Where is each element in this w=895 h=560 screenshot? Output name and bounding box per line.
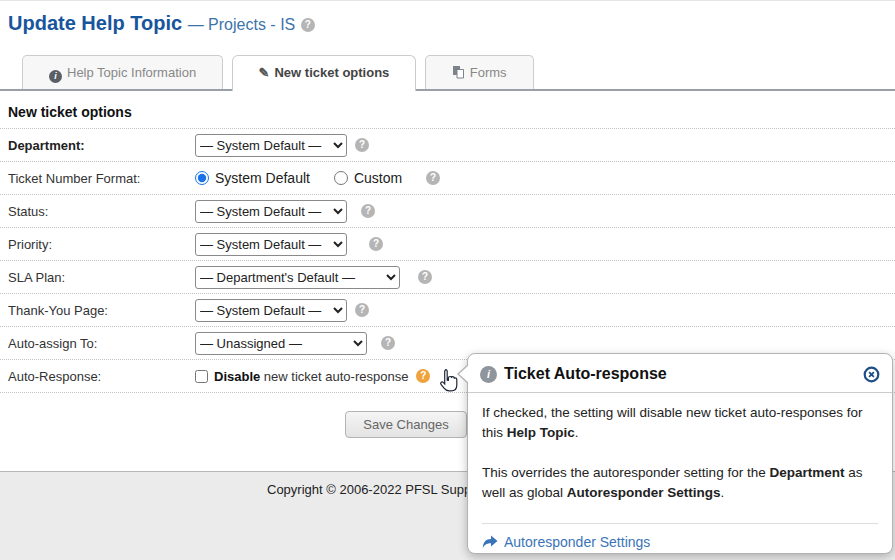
- update-help-topic-page: Update Help Topic — Projects - IS Help T…: [0, 0, 895, 560]
- title-dash: —: [188, 16, 204, 33]
- auto-response-label: Auto-Response:: [0, 369, 195, 384]
- tab-forms[interactable]: Forms: [425, 55, 534, 89]
- copyright-text: Copyright © 2006-2022 PFSL Supp: [267, 482, 471, 497]
- priority-label: Priority:: [0, 237, 195, 252]
- page-title: Update Help Topic — Projects - IS: [8, 12, 315, 34]
- sla-plan-label: SLA Plan:: [0, 270, 195, 285]
- form-row-priority: Priority: — System Default —: [0, 228, 895, 261]
- tooltip-title: Ticket Auto-response: [504, 365, 863, 383]
- auto-assign-label: Auto-assign To:: [0, 336, 195, 351]
- tab-label: Forms: [470, 65, 507, 80]
- thank-you-page-label: Thank-You Page:: [0, 303, 195, 318]
- ticket-auto-response-tooltip: Ticket Auto-response If checked, the set…: [467, 353, 893, 554]
- form-row-department: Department: — System Default —: [0, 129, 895, 162]
- ticket-number-format-label: Ticket Number Format:: [0, 171, 195, 186]
- auto-assign-help-icon[interactable]: [381, 336, 395, 350]
- tab-new-ticket-options[interactable]: ✎New ticket options: [232, 55, 417, 91]
- radio-custom-input[interactable]: [334, 171, 348, 185]
- thank-you-page-select[interactable]: — System Default —: [195, 299, 347, 322]
- tooltip-paragraph-2: This overrides the autoresponder setting…: [482, 463, 878, 503]
- forms-icon: [452, 65, 465, 79]
- tooltip-arrow: [457, 364, 468, 384]
- department-label: Department:: [0, 138, 195, 153]
- pencil-icon: ✎: [259, 65, 270, 80]
- radio-label: Custom: [354, 170, 402, 186]
- status-help-icon[interactable]: [361, 204, 375, 218]
- page-title-text: Update Help Topic: [8, 12, 182, 34]
- link-label: Autoresponder Settings: [504, 534, 650, 550]
- auto-assign-select[interactable]: — Unassigned —: [195, 332, 367, 355]
- page-header: Update Help Topic — Projects - IS: [0, 1, 895, 55]
- radio-system-default[interactable]: System Default: [195, 170, 310, 186]
- tab-label: New ticket options: [274, 65, 389, 80]
- section-heading: New ticket options: [8, 104, 895, 128]
- sla-plan-help-icon[interactable]: [418, 270, 432, 284]
- department-select[interactable]: — System Default —: [195, 134, 347, 157]
- tooltip-paragraph-1: If checked, the setting will disable new…: [482, 403, 878, 443]
- radio-system-default-input[interactable]: [195, 171, 209, 185]
- autoresponder-settings-link[interactable]: Autoresponder Settings: [468, 524, 892, 560]
- tooltip-body: If checked, the setting will disable new…: [468, 393, 892, 503]
- department-help-icon[interactable]: [355, 138, 369, 152]
- tab-bar: Help Topic Information ✎New ticket optio…: [0, 55, 895, 91]
- checkbox-label-text: new ticket auto-response: [260, 369, 408, 384]
- close-icon[interactable]: [863, 366, 880, 383]
- status-select[interactable]: — System Default —: [195, 200, 347, 223]
- info-icon: [49, 70, 62, 83]
- form-row-status: Status: — System Default —: [0, 195, 895, 228]
- form-row-thank-you-page: Thank-You Page: — System Default —: [0, 294, 895, 327]
- checkbox-label-bold: Disable: [214, 369, 260, 384]
- form-row-sla-plan: SLA Plan: — Department's Default —: [0, 261, 895, 294]
- radio-custom[interactable]: Custom: [334, 170, 402, 186]
- sla-plan-select[interactable]: — Department's Default —: [195, 266, 400, 289]
- tab-label: Help Topic Information: [67, 65, 196, 80]
- status-label: Status:: [0, 204, 195, 219]
- ticket-number-format-help-icon[interactable]: [426, 171, 440, 185]
- priority-help-icon[interactable]: [369, 237, 383, 251]
- page-subtitle: Projects - IS: [208, 16, 295, 33]
- priority-select[interactable]: — System Default —: [195, 233, 347, 256]
- auto-response-help-icon[interactable]: [416, 369, 430, 383]
- forward-arrow-icon: [482, 535, 498, 549]
- save-button[interactable]: Save Changes: [345, 411, 466, 438]
- disable-auto-response-checkbox[interactable]: [195, 370, 208, 383]
- tab-help-topic-information[interactable]: Help Topic Information: [22, 55, 223, 89]
- tooltip-header: Ticket Auto-response: [468, 354, 892, 393]
- form-row-ticket-number-format: Ticket Number Format: System Default Cus…: [0, 162, 895, 195]
- title-help-icon[interactable]: [301, 18, 315, 32]
- radio-label: System Default: [215, 170, 310, 186]
- thank-you-page-help-icon[interactable]: [355, 303, 369, 317]
- info-icon: [480, 366, 497, 383]
